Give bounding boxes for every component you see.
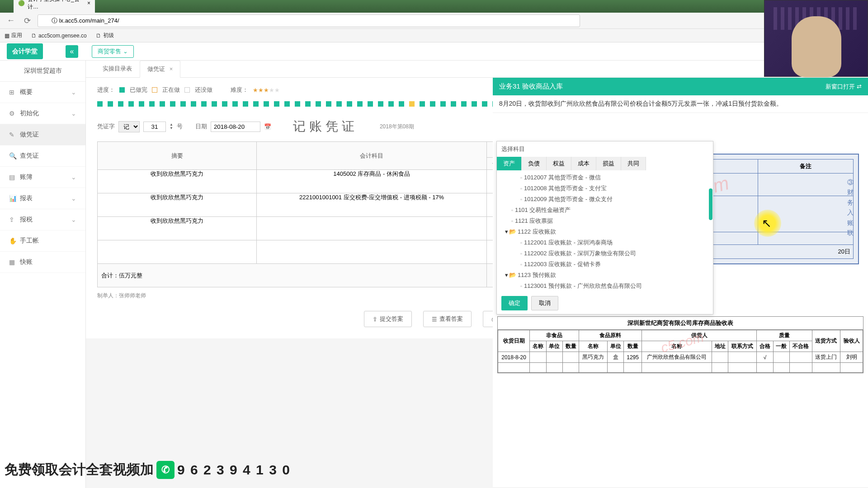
progress-cell[interactable] [232,101,238,107]
calendar-icon[interactable]: 📅 [264,123,271,130]
progress-cell[interactable] [430,101,435,107]
subject-cell[interactable] [257,240,487,264]
tab-directory[interactable]: 实操目录表 [95,61,140,77]
browser-tab[interactable]: 🟢 会计学堂实操中心_会计… × [14,0,95,13]
progress-cell[interactable] [191,101,196,107]
sidebar-item[interactable]: ▦快账 [0,252,85,273]
progress-cell[interactable] [357,101,363,107]
progress-cell[interactable] [347,101,352,107]
tree-item[interactable]: ▫1122003 应收账款 - 促销卡券 [501,259,708,270]
picker-ok-button[interactable]: 确定 [501,296,528,310]
picker-tab[interactable]: 损益 [596,157,621,170]
tree-item[interactable]: ▫1123001 预付账款 - 广州欣欣然食品有限公司 [501,281,708,291]
progress-cell[interactable] [409,101,415,107]
progress-cell[interactable] [368,101,373,107]
voucher-number-input[interactable] [143,122,166,132]
picker-tab[interactable]: 资产 [497,157,522,170]
subject-cell[interactable]: 2221001001001 应交税费-应交增值税 - 进项税额 - 17% [257,193,487,217]
picker-tab[interactable]: 权益 [547,157,571,170]
summary-cell[interactable]: 收到欣欣然黑巧克力 [98,193,257,217]
picker-tab[interactable]: 成本 [571,157,596,170]
progress-cell[interactable] [472,101,477,107]
sidebar-item[interactable]: ✎做凭证 [0,124,85,145]
sidebar-item[interactable]: ✋手工帐 [0,230,85,252]
sidebar-collapse-button[interactable]: « [66,45,78,58]
progress-cell[interactable] [243,101,248,107]
sidebar-item[interactable]: ⊞概要⌄ [0,82,85,103]
scrollbar-thumb[interactable] [709,188,712,220]
picker-tab[interactable]: 负债 [522,157,547,170]
progress-cell[interactable] [482,101,487,107]
subject-cell[interactable] [257,217,487,240]
progress-cell[interactable] [128,101,134,107]
tree-item[interactable]: ▫1131 应收股利 [501,291,708,292]
progress-cell[interactable] [274,101,279,107]
tree-item[interactable]: ▫1122001 应收账款 - 深圳鸿泰商场 [501,237,708,248]
progress-cell[interactable] [160,101,165,107]
view-answer-button[interactable]: ☰查看答案 [423,311,472,327]
tab-voucher[interactable]: 做凭证 × [140,61,180,78]
voucher-type-select[interactable]: 记 [118,121,140,132]
progress-cell[interactable] [326,101,331,107]
nav-reload-icon[interactable]: ⟳ [22,16,33,26]
collapse-icon[interactable]: ▾ [505,228,508,235]
close-icon[interactable]: × [170,66,173,72]
sidebar-item[interactable]: ⇪报税⌄ [0,209,85,230]
progress-cell[interactable] [180,101,186,107]
progress-cell[interactable] [316,101,321,107]
summary-cell[interactable]: 收到欣欣然黑巧克力 [98,217,257,240]
nav-back-icon[interactable]: ← [5,16,17,25]
sidebar-item[interactable]: 📊报表⌄ [0,188,85,209]
progress-cell[interactable] [451,101,456,107]
progress-cell[interactable] [336,101,342,107]
tab-close-icon[interactable]: × [87,0,90,6]
subject-cell[interactable]: 1405002 库存商品 - 休闲食品 [257,170,487,193]
picker-tab[interactable]: 共同 [621,157,646,170]
summary-cell[interactable]: 收到欣欣然黑巧克力 [98,170,257,193]
business-type-dropdown[interactable]: 商贸零售 ⌄ [92,45,134,58]
progress-cell[interactable] [139,101,144,107]
app-logo[interactable]: 会计学堂 [7,43,43,59]
open-new-window-button[interactable]: 新窗口打开 ⇄ [826,83,862,91]
progress-cell[interactable] [399,101,404,107]
progress-cell[interactable] [295,101,300,107]
tree-item[interactable]: ▾📂1122 应收账款 [501,226,708,237]
progress-cell[interactable] [97,101,103,107]
progress-cell[interactable] [378,101,383,107]
progress-cell[interactable] [170,101,175,107]
progress-cell[interactable] [212,101,217,107]
tree-item[interactable]: ▫1012009 其他货币资金 - 微众支付 [501,194,708,205]
progress-cell[interactable] [440,101,446,107]
bookmark-item[interactable]: 🗋acc5com.gensee.co [31,33,87,39]
sidebar-item[interactable]: ⚙初始化⌄ [0,103,85,124]
progress-cell[interactable] [253,101,259,107]
progress-cell[interactable] [201,101,207,107]
submit-answer-button[interactable]: ⇧提交答案 [364,311,412,327]
bookmark-item[interactable]: 🗋初级 [96,32,114,39]
progress-cell[interactable] [222,101,227,107]
progress-cell[interactable] [108,101,113,107]
tree-item[interactable]: ▫1122002 应收账款 - 深圳万象物业有限公司 [501,248,708,259]
summary-cell[interactable] [98,240,257,264]
tree-item[interactable]: ▫1101 交易性金融资产 [501,205,708,216]
progress-cell[interactable] [118,101,123,107]
picker-cancel-button[interactable]: 取消 [531,296,558,310]
tree-item[interactable]: ▫1012008 其他货币资金 - 支付宝 [501,183,708,194]
sidebar-item[interactable]: ▤账簿⌄ [0,167,85,188]
progress-cell[interactable] [305,101,311,107]
progress-cell[interactable] [461,101,467,107]
progress-cell[interactable] [284,101,290,107]
tree-item[interactable]: ▫1012007 其他货币资金 - 微信 [501,172,708,183]
sidebar-item[interactable]: 🔍查凭证 [0,145,85,167]
progress-cell[interactable] [420,101,425,107]
tree-item[interactable]: ▾📂1123 预付账款 [501,270,708,281]
progress-cell[interactable] [388,101,394,107]
progress-cell[interactable] [149,101,155,107]
collapse-icon[interactable]: ▾ [505,272,508,278]
progress-cell[interactable] [264,101,269,107]
url-input[interactable]: ⓘ lx.acc5.com/main_274/ [38,14,580,27]
bookmark-apps[interactable]: ▦应用 [5,32,22,39]
account-tree[interactable]: ▫1012007 其他货币资金 - 微信▫1012008 其他货币资金 - 支付… [497,170,713,292]
date-input[interactable] [211,122,260,132]
num-down-icon[interactable]: ▼ [170,127,173,130]
